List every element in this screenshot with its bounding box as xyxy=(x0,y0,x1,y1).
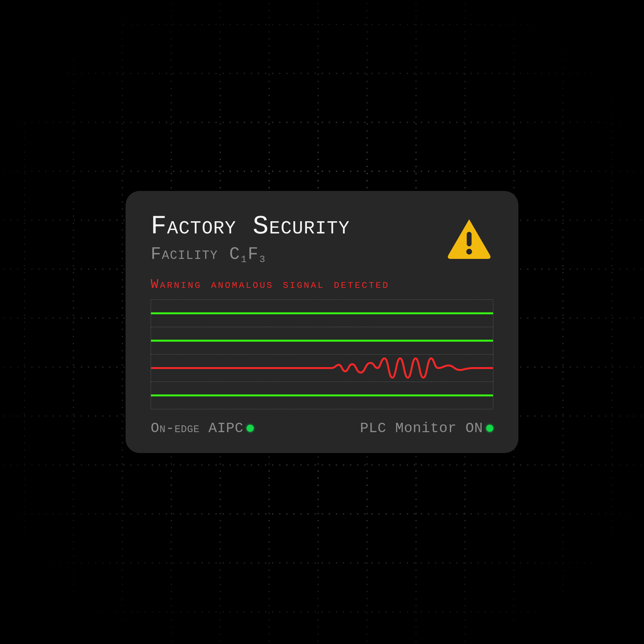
signal-row-ch4 xyxy=(151,382,493,409)
facility-label: Facility C1F3 xyxy=(151,246,350,263)
warning-triangle-icon xyxy=(445,215,493,264)
signal-row-ch1 xyxy=(151,300,493,327)
card-header: Factory Security Facility C1F3 xyxy=(151,213,493,264)
status-aipc: On-edge AIPC xyxy=(151,420,254,436)
signal-trace-normal xyxy=(151,395,493,396)
svg-point-1 xyxy=(466,249,472,255)
warning-message: Warning anomalous signal detected xyxy=(151,277,493,292)
status-plc: PLC Monitor ON xyxy=(360,420,493,436)
title-block: Factory Security Facility C1F3 xyxy=(151,213,350,263)
signal-row-ch3 xyxy=(151,355,493,382)
status-plc-label: PLC Monitor ON xyxy=(360,420,483,436)
status-dot-icon xyxy=(486,425,493,432)
signal-trace-normal xyxy=(151,313,493,314)
signal-trace-normal xyxy=(151,340,493,342)
signal-monitor xyxy=(151,299,493,409)
security-alert-card: Factory Security Facility C1F3 Warning a… xyxy=(126,191,518,453)
svg-rect-0 xyxy=(467,232,472,246)
signal-row-ch2 xyxy=(151,327,493,355)
status-aipc-label: On-edge AIPC xyxy=(151,420,243,436)
card-title: Factory Security xyxy=(151,213,350,240)
status-bar: On-edge AIPC PLC Monitor ON xyxy=(151,420,493,436)
status-dot-icon xyxy=(247,425,254,432)
signal-trace-anomaly xyxy=(151,355,493,382)
